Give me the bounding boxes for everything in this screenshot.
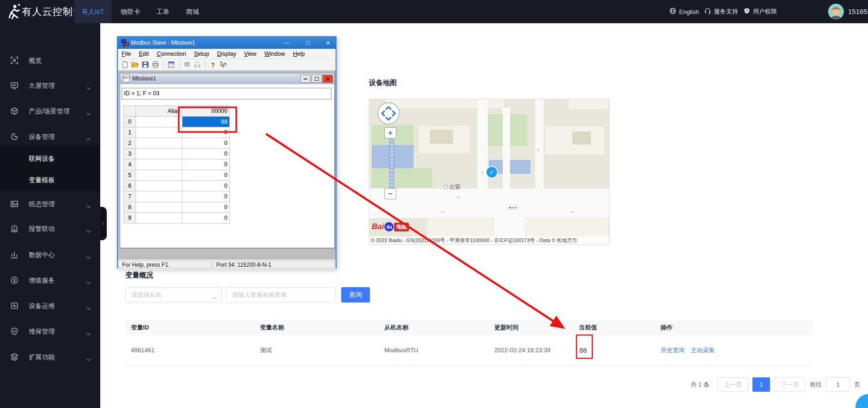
modem-connection-icon[interactable] — [194, 61, 201, 69]
open-file-icon[interactable] — [131, 61, 139, 69]
sidebar-item-variable-template[interactable]: 变量模板 — [0, 169, 100, 191]
device-location-marker[interactable]: ✓ — [486, 167, 497, 178]
sidebar-item-value-added[interactable]: 增值服务 — [0, 268, 100, 293]
language-switch[interactable]: English — [669, 0, 699, 23]
menu-view[interactable]: View — [244, 51, 257, 57]
history-query-link[interactable]: 历史查询 — [661, 336, 685, 365]
variables-table-header: 变量ID 变量名称 从机名称 更新时间 当前值 操作 — [125, 320, 812, 336]
maximize-button[interactable]: □ — [300, 37, 316, 49]
map-pan-control[interactable] — [377, 102, 400, 125]
register-row[interactable]: 7 0 — [124, 191, 230, 202]
service-support[interactable]: 服务支持 — [704, 0, 738, 23]
doc-close-button[interactable] — [323, 75, 333, 83]
register-row[interactable]: 5 0 — [124, 170, 230, 181]
register-row[interactable]: 3 0 — [124, 149, 230, 159]
register-row[interactable]: 9 0 — [124, 213, 230, 224]
update-time-cell: 2022-02-24 18:23:39 — [494, 336, 551, 365]
print-icon[interactable] — [152, 61, 160, 69]
sidebar-item-bigscreen[interactable]: 大屏管理 — [0, 73, 100, 98]
active-collect-link[interactable]: 主动采集 — [691, 336, 715, 365]
nav-tab-sim[interactable]: 物联卡 — [113, 0, 148, 23]
register-row[interactable]: 4 0 — [124, 159, 230, 170]
sidebar-item-device-ops[interactable]: 设备运维 — [0, 293, 100, 318]
doc-minimize-button[interactable] — [300, 75, 311, 83]
map-zoom-in-button[interactable]: + — [384, 127, 396, 138]
register-row[interactable]: 8 0 — [124, 202, 230, 213]
variables-section-title: 变量概况 — [125, 271, 153, 280]
help-icon[interactable]: ? — [209, 61, 217, 69]
selected-register-value[interactable]: 88 — [182, 117, 230, 127]
headset-icon — [704, 7, 711, 16]
sidebar-item-networked-devices[interactable]: 联网设备 — [0, 148, 100, 169]
menu-display[interactable]: Display — [217, 51, 236, 57]
variable-id-cell: 4981461 — [131, 336, 155, 365]
sidebar-collapse-handle[interactable]: ‹ — [100, 207, 107, 240]
device-mgmt-icon — [10, 132, 19, 141]
road-arrow-up: ↑ — [537, 146, 540, 153]
map-road — [478, 99, 488, 189]
sidebar-item-product[interactable]: 产品/场景管理 — [0, 99, 100, 124]
menu-help[interactable]: Help — [293, 51, 305, 57]
nav-tab-mall[interactable]: 商城 — [179, 0, 206, 23]
nav-tab-iot[interactable]: 有人IoT — [74, 0, 111, 23]
new-file-icon[interactable] — [121, 61, 129, 69]
customer-service-float-button[interactable] — [855, 394, 868, 408]
road-arrow-right: → — [439, 208, 445, 215]
slave-select[interactable]: 请选择从机 — [125, 287, 222, 303]
menu-edit[interactable]: Edit — [139, 51, 149, 57]
map-zoom-out-button[interactable]: − — [384, 188, 396, 199]
device-ops-icon — [10, 302, 19, 310]
menu-connection[interactable]: Connection — [157, 51, 186, 57]
pagination: 共 1 条 上一页 1 下一页 前往 页 — [691, 377, 860, 392]
save-icon[interactable] — [142, 61, 149, 69]
toolbar-separator — [205, 61, 206, 69]
alias-column-header: Alias — [136, 106, 182, 117]
variable-name-search-input[interactable] — [226, 287, 336, 303]
query-button[interactable]: 查询 — [341, 287, 370, 303]
current-value-cell: 88 — [579, 336, 587, 365]
sidebar-item-alarm[interactable]: 报警联动 — [0, 216, 100, 241]
goto-page-input[interactable] — [826, 377, 850, 392]
sidebar-item-extension[interactable]: 扩展功能 — [0, 344, 100, 369]
toolbar-separator — [163, 61, 164, 69]
device-map[interactable]: ← → → ↑ ↓ 公安 ✓ + − Bai — [369, 99, 609, 245]
prev-page-button[interactable]: 上一页 — [717, 377, 748, 392]
serial-connection-icon[interactable] — [183, 61, 191, 69]
screen: 有人云控制台 有人IoT 物联卡 工单 商城 English 服务支持 — [0, 0, 868, 408]
value-column-header: 00000 — [182, 106, 230, 117]
nav-tab-workorder[interactable]: 工单 — [149, 0, 176, 23]
map-building-inner — [430, 130, 453, 144]
chevron-down-icon — [86, 84, 91, 87]
mbslave-doc-window[interactable]: DOC Mbslave1 ID = 1; F = 03 Al — [120, 73, 335, 248]
display-definition-icon[interactable] — [168, 61, 175, 69]
close-button[interactable]: × — [320, 37, 336, 49]
poi-label: 公安 — [444, 183, 460, 191]
register-row[interactable]: 6 0 — [124, 181, 230, 191]
sidebar-item-overview[interactable]: 概览 — [0, 48, 100, 73]
page-number-button[interactable]: 1 — [752, 377, 770, 392]
menu-setup[interactable]: Setup — [194, 51, 209, 57]
sidebar-item-maintenance[interactable]: 维保管理 — [0, 319, 100, 344]
register-grid-header: Alias 00000 — [124, 106, 230, 117]
sidebar-item-device-mgmt[interactable]: 设备管理 — [0, 124, 100, 149]
svg-text:?: ? — [224, 62, 227, 67]
menu-window[interactable]: Window — [265, 51, 285, 57]
doc-titlebar[interactable]: DOC Mbslave1 — [120, 73, 334, 84]
sidebar-item-scada[interactable]: 组态管理 — [0, 191, 100, 217]
register-row[interactable]: 0 88 — [124, 117, 230, 127]
modbus-titlebar[interactable]: Modbus Slave - Mbslave1 — □ × — [118, 37, 336, 49]
register-grid[interactable]: Alias 00000 0 88 1 0 2 0 — [123, 105, 230, 224]
top-header: 有人云控制台 有人IoT 物联卡 工单 商城 English 服务支持 — [0, 0, 868, 23]
register-row[interactable]: 2 0 — [124, 138, 230, 149]
minimize-button[interactable]: — — [279, 37, 294, 49]
modbus-slave-window[interactable]: Modbus Slave - Mbslave1 — □ × File Edit … — [117, 36, 337, 269]
doc-restore-button[interactable] — [311, 75, 322, 83]
user-permission[interactable]: 用户权限 — [744, 0, 777, 23]
menu-file[interactable]: File — [122, 51, 131, 57]
next-page-button[interactable]: 下一页 — [774, 377, 805, 392]
register-row[interactable]: 1 0 — [124, 127, 230, 138]
user-avatar[interactable] — [828, 4, 844, 20]
context-help-icon[interactable]: ? — [220, 61, 227, 69]
sidebar-item-datacenter[interactable]: 数据中心 — [0, 242, 100, 267]
map-zoom-slider[interactable] — [389, 139, 394, 189]
